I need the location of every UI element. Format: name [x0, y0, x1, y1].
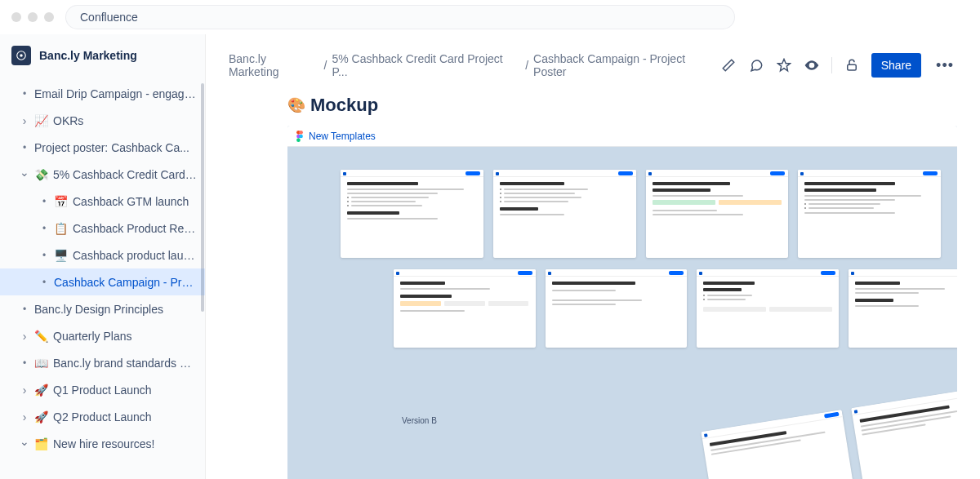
chevron-right-icon[interactable] [20, 410, 29, 424]
sidebar-item-label: Cashback GTM launch [73, 195, 189, 208]
page-emoji: 🚀 [34, 410, 48, 424]
section-emoji: 🎨 [287, 96, 305, 114]
sidebar-item-label: Cashback product laun... [73, 249, 197, 262]
svg-point-1 [20, 54, 23, 57]
bullet-icon [20, 88, 29, 100]
page-emoji: 📋 [54, 222, 68, 235]
sidebar-item[interactable]: 📅Cashback GTM launch [0, 188, 205, 215]
edit-icon[interactable] [720, 57, 737, 73]
sidebar-item-label: Project poster: Cashback Ca... [34, 141, 189, 154]
sidebar-item[interactable]: 🚀Q1 Product Launch [0, 376, 205, 403]
maximize-window-button[interactable] [44, 12, 54, 22]
section-title: Mockup [310, 95, 378, 116]
sidebar-item[interactable]: 🚀Q2 Product Launch [0, 403, 205, 430]
space-logo [11, 46, 31, 65]
breadcrumb-item[interactable]: Banc.ly Marketing [229, 52, 319, 78]
space-header[interactable]: Banc.ly Marketing [0, 34, 205, 73]
page-emoji: 💸 [34, 168, 48, 181]
sidebar-item[interactable]: Banc.ly Design Principles [0, 295, 205, 322]
page-emoji: 🗂️ [34, 437, 48, 450]
bullet-icon [20, 142, 29, 153]
page-emoji: 🚀 [34, 384, 48, 397]
page-emoji: 📅 [54, 195, 68, 208]
sidebar-item-label: Email Drip Campaign - engage... [34, 87, 197, 100]
bullet-icon [39, 223, 49, 234]
page-emoji: 📈 [34, 114, 48, 127]
figma-embed-header: New Templates [287, 126, 957, 147]
page-header: Banc.ly Marketing / 5% Cashback Credit C… [206, 34, 980, 83]
figma-canvas[interactable]: Version B [287, 147, 957, 479]
figma-section-label: Version B [402, 416, 437, 425]
chevron-right-icon[interactable] [20, 330, 29, 343]
sidebar-item-label: New hire resources! [53, 437, 155, 450]
chevron-down-icon[interactable] [20, 168, 29, 181]
svg-point-4 [299, 131, 303, 135]
page-content: Banc.ly Marketing / 5% Cashback Credit C… [206, 34, 980, 479]
sidebar-item[interactable]: 📈OKRs [0, 107, 205, 134]
sidebar-item-label: Banc.ly brand standards an... [53, 357, 197, 370]
sidebar-item[interactable]: 📖Banc.ly brand standards an... [0, 349, 205, 376]
space-title: Banc.ly Marketing [39, 49, 137, 62]
bullet-icon [39, 277, 49, 288]
breadcrumb-item[interactable]: 5% Cashback Credit Card Project P... [332, 52, 520, 78]
comment-icon[interactable] [748, 57, 764, 73]
watch-icon[interactable] [804, 57, 820, 73]
figma-file-name[interactable]: New Templates [309, 131, 376, 142]
page-emoji: 📖 [34, 357, 48, 370]
sidebar-item[interactable]: Email Drip Campaign - engage... [0, 80, 205, 107]
svg-rect-2 [847, 64, 856, 70]
share-button[interactable]: Share [871, 53, 921, 78]
bullet-icon [39, 196, 49, 207]
search-input[interactable]: Confluence [65, 5, 735, 29]
bullet-icon [39, 250, 49, 261]
sidebar-item[interactable]: Cashback Campaign - Proj... [0, 268, 205, 295]
sidebar-item-label: Q1 Product Launch [53, 384, 152, 397]
bullet-icon [20, 304, 29, 315]
figma-artboard [851, 386, 957, 479]
figma-artboard [394, 269, 536, 348]
breadcrumb-separator: / [525, 59, 528, 72]
figma-artboard [798, 170, 941, 258]
sidebar-scrollbar[interactable] [201, 83, 204, 312]
restrictions-icon[interactable] [844, 57, 860, 73]
more-actions-button[interactable]: ••• [933, 57, 957, 74]
bullet-icon [20, 357, 29, 369]
sidebar-item-label: 5% Cashback Credit Card ... [53, 168, 197, 181]
sidebar-item-label: OKRs [53, 114, 83, 127]
chevron-right-icon[interactable] [20, 114, 29, 127]
figma-artboard [702, 410, 861, 479]
chevron-right-icon[interactable] [20, 384, 29, 397]
search-input-value: Confluence [80, 11, 138, 24]
sidebar-item-label: Cashback Campaign - Proj... [54, 276, 197, 289]
page-emoji: 🖥️ [54, 249, 68, 262]
figma-artboard [697, 269, 839, 348]
section-heading-row: 🎨 Mockup [287, 95, 957, 116]
breadcrumbs: Banc.ly Marketing / 5% Cashback Credit C… [229, 52, 720, 78]
sidebar-item[interactable]: 💸5% Cashback Credit Card ... [0, 161, 205, 188]
space-sidebar: Banc.ly Marketing Email Drip Campaign - … [0, 34, 206, 479]
svg-point-7 [296, 138, 301, 142]
sidebar-item[interactable]: 🖥️Cashback product laun... [0, 242, 205, 268]
close-window-button[interactable] [11, 12, 21, 22]
figma-artboard [849, 269, 958, 348]
figma-embed[interactable]: New Templates Figma − + [287, 126, 957, 479]
page-body: 🎨 Mockup New Templates Figma − + [206, 83, 980, 479]
sidebar-item[interactable]: 📋Cashback Product Req... [0, 215, 205, 242]
figma-artboard [546, 269, 688, 348]
sidebar-item[interactable]: 🗂️New hire resources! [0, 430, 205, 457]
figma-artboard [493, 170, 636, 258]
sidebar-item-label: Q2 Product Launch [53, 410, 152, 424]
sidebar-item[interactable]: ✏️Quarterly Plans [0, 322, 205, 349]
toolbar-divider [831, 57, 832, 73]
sidebar-item[interactable]: Project poster: Cashback Ca... [0, 134, 205, 161]
svg-point-6 [299, 134, 303, 138]
star-icon[interactable] [776, 57, 792, 73]
chevron-down-icon[interactable] [20, 437, 29, 450]
figma-artboard [341, 170, 483, 258]
page-tree: Email Drip Campaign - engage...📈OKRsProj… [0, 73, 205, 465]
breadcrumb-item[interactable]: Cashback Campaign - Project Poster [533, 52, 720, 78]
traffic-lights [11, 12, 54, 22]
figma-artboard [646, 170, 789, 258]
minimize-window-button[interactable] [28, 12, 38, 22]
window-topbar: Confluence [0, 0, 980, 34]
